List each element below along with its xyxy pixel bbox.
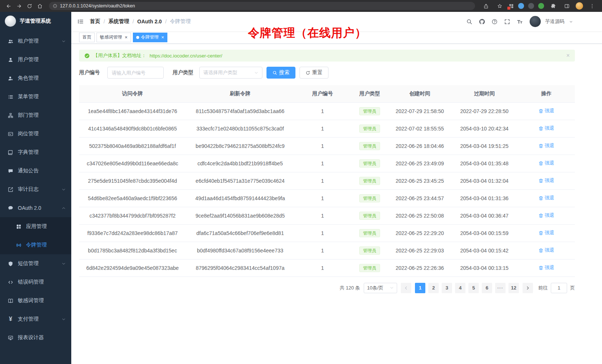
close-icon[interactable]: × — [161, 35, 164, 40]
user-type-cell: 管理员 — [351, 207, 389, 224]
sidebar-item[interactable]: 审计日志 — [0, 180, 71, 199]
breadcrumb-item[interactable]: OAuth 2.0 — [137, 19, 162, 24]
view-tab[interactable]: 令牌管理× — [133, 33, 168, 42]
force-logout-button[interactable]: 强退 — [539, 177, 554, 184]
breadcrumb-item[interactable]: 首页 — [90, 18, 100, 25]
alert-link[interactable]: https://doc.iocoder.cn/user-center/ — [150, 53, 222, 59]
sidebar-item-label: 通知公告 — [18, 168, 66, 174]
sidebar-item[interactable]: 短信管理 — [0, 254, 71, 273]
sidebar-item[interactable]: 部门管理 — [0, 106, 71, 125]
sidebar-item[interactable]: 租户管理 — [0, 32, 71, 50]
extension-dark-icon[interactable] — [528, 3, 534, 9]
fullscreen-icon[interactable] — [504, 19, 510, 25]
view-tab[interactable]: 首页 — [79, 33, 95, 42]
extension-blue-icon[interactable] — [518, 3, 524, 9]
github-icon[interactable] — [479, 19, 485, 25]
access-token-cell: c347026e805e4d99b0d116eae66eda8c — [79, 155, 186, 172]
extension-grid-icon[interactable] — [508, 3, 514, 9]
menu-dots-icon[interactable] — [587, 1, 597, 11]
user-id-cell: 1 — [294, 102, 351, 120]
app-logo[interactable]: 芋道管理系统 — [0, 12, 71, 30]
breadcrumb-item[interactable]: 系统管理 — [108, 18, 129, 25]
back-icon[interactable] — [4, 1, 13, 11]
extension-green-icon[interactable] — [538, 3, 544, 9]
action-cell: 强退 — [518, 207, 575, 224]
sidebar-item[interactable]: 应用管理 — [0, 217, 71, 236]
help-icon[interactable] — [491, 19, 498, 25]
next-page-button[interactable] — [523, 283, 533, 293]
force-logout-button[interactable]: 强退 — [539, 264, 554, 271]
sidebar-item[interactable]: 报表设计器 — [0, 328, 71, 347]
sidebar-item[interactable]: 通知公告 — [0, 162, 71, 180]
user-avatar[interactable] — [530, 16, 541, 27]
reload-icon[interactable] — [24, 1, 34, 11]
user-type-label: 用户类型 — [173, 69, 193, 76]
search-button[interactable]: 搜索 — [266, 67, 295, 79]
sidebar-item[interactable]: 用户管理 — [0, 50, 71, 69]
page-button[interactable]: 4 — [455, 283, 465, 293]
user-id-cell: 1 — [294, 189, 351, 207]
more-pages-button[interactable]: ··· — [495, 283, 506, 293]
share-icon[interactable] — [481, 1, 491, 11]
page-button[interactable]: 2 — [428, 283, 439, 293]
sidebar-item-label: 租户管理 — [18, 38, 62, 44]
forward-icon[interactable] — [14, 1, 24, 11]
user-id-cell: 1 — [294, 155, 351, 172]
action-cell: 强退 — [518, 224, 575, 242]
force-logout-button[interactable]: 强退 — [539, 125, 554, 132]
page-button[interactable]: 12 — [508, 283, 519, 293]
user-id-input[interactable] — [107, 67, 164, 79]
goto-page-input[interactable] — [551, 283, 567, 293]
home-icon[interactable] — [35, 1, 45, 11]
extensions-puzzle-icon[interactable] — [548, 1, 558, 11]
action-cell: 强退 — [518, 259, 575, 277]
hamburger-icon[interactable] — [77, 18, 84, 25]
sidebar-item[interactable]: 敏感词管理 — [0, 291, 71, 310]
close-icon[interactable]: × — [125, 35, 128, 40]
browser-actions — [480, 1, 598, 11]
sidebar-item[interactable]: 错误码管理 — [0, 273, 71, 291]
url-bar[interactable]: 127.0.0.1:1024/system/oauth2/token — [49, 2, 475, 10]
info-icon[interactable] — [53, 4, 58, 9]
search-icon[interactable] — [466, 19, 472, 25]
force-logout-button[interactable]: 强退 — [539, 160, 554, 166]
side-panel-icon[interactable] — [562, 1, 572, 11]
view-tab[interactable]: 敏感词管理× — [96, 33, 131, 42]
sidebar-item[interactable]: OAuth 2.0 — [0, 199, 71, 217]
sidebar-item[interactable]: 菜单管理 — [0, 87, 71, 106]
force-logout-button[interactable]: 强退 — [539, 247, 554, 254]
page-size-select[interactable]: 10条/页 — [364, 283, 397, 293]
force-logout-button[interactable]: 强退 — [539, 107, 554, 114]
sidebar-item[interactable]: ¥支付管理 — [0, 310, 71, 328]
people-icon — [7, 38, 14, 44]
column-header: 用户类型 — [351, 85, 389, 102]
close-icon[interactable]: × — [566, 53, 570, 59]
page-button[interactable]: 1 — [415, 283, 425, 293]
font-size-icon[interactable] — [517, 19, 523, 25]
reset-button[interactable]: 重置 — [300, 67, 328, 79]
page-button[interactable]: 3 — [442, 283, 452, 293]
table-body: 1ea5e44f8bc1467aaede43144f31de76811c5304… — [79, 102, 575, 277]
prev-page-button[interactable] — [401, 283, 411, 293]
table-row: f9336e7c7dd242a283ee98dc86b17a87dfa6c71a… — [79, 224, 575, 242]
table-row: 6d842e2924594de9a09e45e087323abe8796295f… — [79, 259, 575, 277]
column-header: 刷新令牌 — [186, 85, 294, 102]
sidebar-item[interactable]: 令牌管理 — [0, 236, 71, 254]
user-name[interactable]: 芋道源码 — [545, 18, 565, 25]
user-type-select[interactable]: 请选择用户类型 — [199, 67, 262, 79]
force-logout-button[interactable]: 强退 — [539, 212, 554, 219]
browser-profile-avatar[interactable] — [576, 2, 583, 10]
page-button[interactable]: 5 — [468, 283, 479, 293]
create-time-cell: 2022-07-29 21:58:50 — [389, 102, 451, 120]
force-logout-button[interactable]: 强退 — [539, 195, 554, 201]
sidebar-item-label: 错误码管理 — [18, 279, 66, 285]
sidebar-item[interactable]: 岗位管理 — [0, 125, 71, 143]
caret-down-icon[interactable] — [569, 20, 573, 24]
sidebar-item[interactable]: 字典管理 — [0, 143, 71, 162]
force-logout-button[interactable]: 强退 — [539, 229, 554, 236]
page-button[interactable]: 6 — [482, 283, 492, 293]
sidebar-item[interactable]: 角色管理 — [0, 69, 71, 87]
bookmark-star-icon[interactable] — [495, 1, 504, 11]
force-logout-button[interactable]: 强退 — [539, 142, 554, 149]
list-icon — [7, 94, 14, 100]
